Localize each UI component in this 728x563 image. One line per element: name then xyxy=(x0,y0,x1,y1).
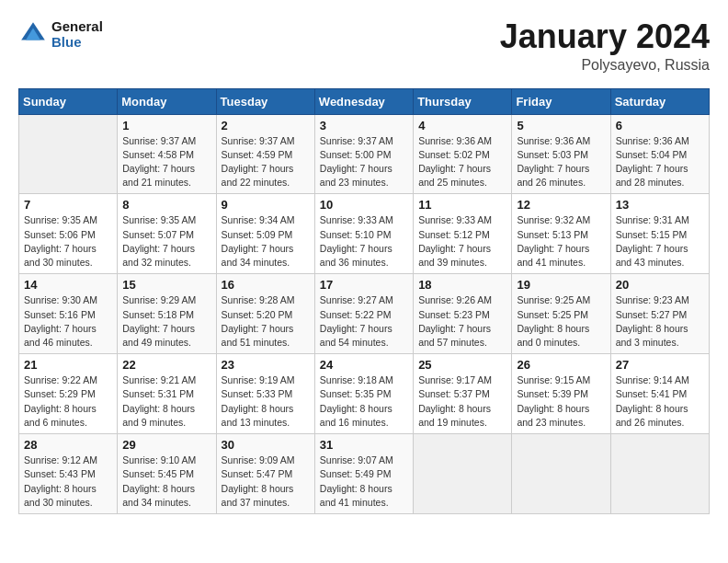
day-number: 17 xyxy=(320,278,408,292)
day-info: Sunrise: 9:32 AMSunset: 5:13 PMDaylight:… xyxy=(517,213,605,270)
day-number: 27 xyxy=(616,358,704,372)
day-number: 21 xyxy=(24,358,112,372)
day-number: 2 xyxy=(222,119,310,132)
day-number: 14 xyxy=(24,278,112,292)
day-info: Sunrise: 9:09 AMSunset: 5:47 PMDaylight:… xyxy=(222,454,310,510)
calendar: SundayMondayTuesdayWednesdayThursdayFrid… xyxy=(18,88,710,514)
calendar-cell: 14Sunrise: 9:30 AMSunset: 5:16 PMDayligh… xyxy=(19,274,118,354)
day-info: Sunrise: 9:25 AMSunset: 5:25 PMDaylight:… xyxy=(517,293,605,350)
day-info: Sunrise: 9:12 AMSunset: 5:43 PMDaylight:… xyxy=(24,454,112,510)
day-info: Sunrise: 9:37 AMSunset: 4:59 PMDaylight:… xyxy=(222,134,310,190)
day-info: Sunrise: 9:27 AMSunset: 5:22 PMDaylight:… xyxy=(320,293,408,350)
day-info: Sunrise: 9:19 AMSunset: 5:33 PMDaylight:… xyxy=(222,373,310,430)
day-info: Sunrise: 9:21 AMSunset: 5:31 PMDaylight:… xyxy=(122,373,210,430)
day-info: Sunrise: 9:22 AMSunset: 5:29 PMDaylight:… xyxy=(24,373,112,430)
day-info: Sunrise: 9:31 AMSunset: 5:15 PMDaylight:… xyxy=(616,213,704,270)
day-info: Sunrise: 9:36 AMSunset: 5:04 PMDaylight:… xyxy=(616,134,704,190)
day-number: 30 xyxy=(222,438,310,452)
calendar-cell: 18Sunrise: 9:26 AMSunset: 5:23 PMDayligh… xyxy=(414,274,512,354)
calendar-cell: 21Sunrise: 9:22 AMSunset: 5:29 PMDayligh… xyxy=(19,354,118,434)
logo: General Blue xyxy=(18,18,103,50)
day-info: Sunrise: 9:17 AMSunset: 5:37 PMDaylight:… xyxy=(418,373,506,430)
calendar-cell: 3Sunrise: 9:37 AMSunset: 5:00 PMDaylight… xyxy=(314,114,413,194)
weekday-header: Friday xyxy=(512,88,610,114)
day-number: 7 xyxy=(24,198,112,212)
day-number: 26 xyxy=(517,358,605,372)
day-number: 4 xyxy=(418,119,506,132)
day-number: 12 xyxy=(517,198,605,212)
day-number: 9 xyxy=(222,198,310,212)
day-number: 11 xyxy=(418,198,506,212)
calendar-cell: 27Sunrise: 9:14 AMSunset: 5:41 PMDayligh… xyxy=(610,354,709,434)
calendar-cell: 4Sunrise: 9:36 AMSunset: 5:02 PMDaylight… xyxy=(414,114,512,194)
calendar-cell: 30Sunrise: 9:09 AMSunset: 5:47 PMDayligh… xyxy=(216,434,314,514)
day-info: Sunrise: 9:36 AMSunset: 5:03 PMDaylight:… xyxy=(517,134,605,190)
day-info: Sunrise: 9:35 AMSunset: 5:07 PMDaylight:… xyxy=(122,213,210,270)
day-info: Sunrise: 9:23 AMSunset: 5:27 PMDaylight:… xyxy=(616,293,704,350)
calendar-cell: 23Sunrise: 9:19 AMSunset: 5:33 PMDayligh… xyxy=(216,354,314,434)
calendar-cell: 12Sunrise: 9:32 AMSunset: 5:13 PMDayligh… xyxy=(512,194,610,274)
day-info: Sunrise: 9:33 AMSunset: 5:10 PMDaylight:… xyxy=(320,213,408,270)
day-number: 29 xyxy=(122,438,210,452)
weekday-header: Saturday xyxy=(610,88,709,114)
calendar-cell: 13Sunrise: 9:31 AMSunset: 5:15 PMDayligh… xyxy=(610,194,709,274)
calendar-cell: 24Sunrise: 9:18 AMSunset: 5:35 PMDayligh… xyxy=(314,354,413,434)
day-number: 31 xyxy=(320,438,408,452)
calendar-cell: 28Sunrise: 9:12 AMSunset: 5:43 PMDayligh… xyxy=(19,434,118,514)
calendar-cell: 11Sunrise: 9:33 AMSunset: 5:12 PMDayligh… xyxy=(414,194,512,274)
day-number: 28 xyxy=(24,438,112,452)
logo-icon xyxy=(18,19,48,49)
calendar-cell: 25Sunrise: 9:17 AMSunset: 5:37 PMDayligh… xyxy=(414,354,512,434)
calendar-cell: 17Sunrise: 9:27 AMSunset: 5:22 PMDayligh… xyxy=(314,274,413,354)
day-number: 6 xyxy=(616,119,704,132)
calendar-cell: 9Sunrise: 9:34 AMSunset: 5:09 PMDaylight… xyxy=(216,194,314,274)
day-info: Sunrise: 9:36 AMSunset: 5:02 PMDaylight:… xyxy=(418,134,506,190)
day-number: 22 xyxy=(122,358,210,372)
calendar-week-row: 1Sunrise: 9:37 AMSunset: 4:58 PMDaylight… xyxy=(19,114,710,194)
day-info: Sunrise: 9:29 AMSunset: 5:18 PMDaylight:… xyxy=(122,293,210,350)
calendar-cell: 6Sunrise: 9:36 AMSunset: 5:04 PMDaylight… xyxy=(610,114,709,194)
calendar-week-row: 21Sunrise: 9:22 AMSunset: 5:29 PMDayligh… xyxy=(19,354,710,434)
day-number: 19 xyxy=(517,278,605,292)
calendar-cell: 20Sunrise: 9:23 AMSunset: 5:27 PMDayligh… xyxy=(610,274,709,354)
day-info: Sunrise: 9:18 AMSunset: 5:35 PMDaylight:… xyxy=(320,373,408,430)
weekday-header: Tuesday xyxy=(216,88,314,114)
calendar-cell: 15Sunrise: 9:29 AMSunset: 5:18 PMDayligh… xyxy=(118,274,216,354)
calendar-cell: 31Sunrise: 9:07 AMSunset: 5:49 PMDayligh… xyxy=(314,434,413,514)
day-info: Sunrise: 9:07 AMSunset: 5:49 PMDaylight:… xyxy=(320,454,408,510)
day-number: 1 xyxy=(122,119,210,132)
day-info: Sunrise: 9:37 AMSunset: 5:00 PMDaylight:… xyxy=(320,134,408,190)
day-info: Sunrise: 9:28 AMSunset: 5:20 PMDaylight:… xyxy=(222,293,310,350)
weekday-header: Sunday xyxy=(19,88,118,114)
day-number: 5 xyxy=(517,119,605,132)
day-info: Sunrise: 9:34 AMSunset: 5:09 PMDaylight:… xyxy=(222,213,310,270)
calendar-week-row: 28Sunrise: 9:12 AMSunset: 5:43 PMDayligh… xyxy=(19,434,710,514)
day-number: 25 xyxy=(418,358,506,372)
calendar-cell: 29Sunrise: 9:10 AMSunset: 5:45 PMDayligh… xyxy=(118,434,216,514)
calendar-cell: 8Sunrise: 9:35 AMSunset: 5:07 PMDaylight… xyxy=(118,194,216,274)
day-number: 13 xyxy=(616,198,704,212)
calendar-cell: 19Sunrise: 9:25 AMSunset: 5:25 PMDayligh… xyxy=(512,274,610,354)
day-info: Sunrise: 9:35 AMSunset: 5:06 PMDaylight:… xyxy=(24,213,112,270)
day-info: Sunrise: 9:33 AMSunset: 5:12 PMDaylight:… xyxy=(418,213,506,270)
title-block: January 2024 Polysayevo, Russia xyxy=(500,18,710,74)
day-number: 10 xyxy=(320,198,408,212)
day-info: Sunrise: 9:15 AMSunset: 5:39 PMDaylight:… xyxy=(517,373,605,430)
calendar-cell: 2Sunrise: 9:37 AMSunset: 4:59 PMDaylight… xyxy=(216,114,314,194)
calendar-cell: 22Sunrise: 9:21 AMSunset: 5:31 PMDayligh… xyxy=(118,354,216,434)
day-number: 18 xyxy=(418,278,506,292)
calendar-cell xyxy=(512,434,610,514)
weekday-header: Thursday xyxy=(414,88,512,114)
calendar-cell xyxy=(414,434,512,514)
calendar-week-row: 7Sunrise: 9:35 AMSunset: 5:06 PMDaylight… xyxy=(19,194,710,274)
day-number: 3 xyxy=(320,119,408,132)
day-number: 8 xyxy=(122,198,210,212)
day-number: 16 xyxy=(222,278,310,292)
calendar-cell: 16Sunrise: 9:28 AMSunset: 5:20 PMDayligh… xyxy=(216,274,314,354)
calendar-cell: 10Sunrise: 9:33 AMSunset: 5:10 PMDayligh… xyxy=(314,194,413,274)
calendar-cell: 26Sunrise: 9:15 AMSunset: 5:39 PMDayligh… xyxy=(512,354,610,434)
weekday-header: Wednesday xyxy=(314,88,413,114)
logo-text: General Blue xyxy=(51,18,103,50)
page-header: General Blue January 2024 Polysayevo, Ru… xyxy=(18,18,710,74)
day-info: Sunrise: 9:14 AMSunset: 5:41 PMDaylight:… xyxy=(616,373,704,430)
